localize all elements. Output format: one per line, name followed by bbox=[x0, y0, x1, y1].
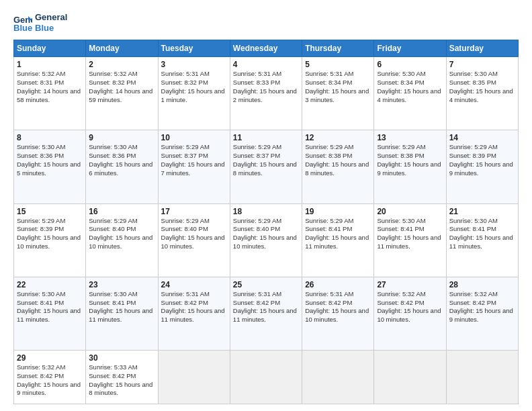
day-number: 22 bbox=[17, 280, 83, 289]
day-number: 1 bbox=[17, 60, 83, 69]
calendar-cell: 27Sunrise: 5:32 AMSunset: 8:42 PMDayligh… bbox=[374, 277, 446, 350]
day-detail: Sunrise: 5:30 AMSunset: 8:41 PMDaylight:… bbox=[377, 217, 443, 251]
calendar-cell bbox=[446, 351, 518, 404]
day-detail: Sunrise: 5:29 AMSunset: 8:40 PMDaylight:… bbox=[89, 217, 154, 251]
day-number: 14 bbox=[449, 133, 515, 142]
day-number: 17 bbox=[161, 207, 227, 216]
calendar-cell: 15Sunrise: 5:29 AMSunset: 8:39 PMDayligh… bbox=[14, 203, 86, 277]
day-number: 8 bbox=[17, 133, 83, 142]
calendar-cell bbox=[230, 351, 302, 404]
calendar-cell: 16Sunrise: 5:29 AMSunset: 8:40 PMDayligh… bbox=[86, 203, 158, 277]
svg-text:Blue: Blue bbox=[13, 23, 32, 32]
day-number: 11 bbox=[233, 133, 299, 142]
calendar-table: SundayMondayTuesdayWednesdayThursdayFrid… bbox=[13, 40, 519, 404]
day-detail: Sunrise: 5:30 AMSunset: 8:41 PMDaylight:… bbox=[17, 290, 83, 324]
day-detail: Sunrise: 5:29 AMSunset: 8:38 PMDaylight:… bbox=[305, 143, 371, 177]
weekday-header-sunday: Sunday bbox=[14, 40, 86, 57]
weekday-header-tuesday: Tuesday bbox=[158, 40, 230, 57]
day-detail: Sunrise: 5:31 AMSunset: 8:42 PMDaylight:… bbox=[233, 290, 299, 324]
calendar-cell: 30Sunrise: 5:33 AMSunset: 8:42 PMDayligh… bbox=[86, 351, 158, 404]
weekday-header-thursday: Thursday bbox=[302, 40, 374, 57]
day-number: 15 bbox=[17, 207, 83, 216]
day-detail: Sunrise: 5:30 AMSunset: 8:36 PMDaylight:… bbox=[17, 143, 83, 177]
day-number: 20 bbox=[377, 207, 443, 216]
day-detail: Sunrise: 5:29 AMSunset: 8:40 PMDaylight:… bbox=[233, 217, 299, 251]
calendar-cell: 25Sunrise: 5:31 AMSunset: 8:42 PMDayligh… bbox=[230, 277, 302, 350]
day-detail: Sunrise: 5:31 AMSunset: 8:42 PMDaylight:… bbox=[161, 290, 227, 324]
day-detail: Sunrise: 5:30 AMSunset: 8:35 PMDaylight:… bbox=[449, 70, 515, 104]
calendar-cell: 18Sunrise: 5:29 AMSunset: 8:40 PMDayligh… bbox=[230, 203, 302, 277]
day-number: 10 bbox=[161, 133, 227, 142]
calendar-cell: 7Sunrise: 5:30 AMSunset: 8:35 PMDaylight… bbox=[446, 57, 518, 130]
calendar-cell: 13Sunrise: 5:29 AMSunset: 8:38 PMDayligh… bbox=[374, 130, 446, 203]
day-number: 23 bbox=[89, 280, 154, 289]
day-detail: Sunrise: 5:32 AMSunset: 8:42 PMDaylight:… bbox=[377, 290, 443, 324]
day-detail: Sunrise: 5:29 AMSunset: 8:37 PMDaylight:… bbox=[233, 143, 299, 177]
calendar-cell: 17Sunrise: 5:29 AMSunset: 8:40 PMDayligh… bbox=[158, 203, 230, 277]
day-number: 24 bbox=[161, 280, 227, 289]
calendar-cell: 26Sunrise: 5:31 AMSunset: 8:42 PMDayligh… bbox=[302, 277, 374, 350]
day-detail: Sunrise: 5:29 AMSunset: 8:38 PMDaylight:… bbox=[377, 143, 443, 177]
calendar-cell: 23Sunrise: 5:30 AMSunset: 8:41 PMDayligh… bbox=[86, 277, 158, 350]
calendar-cell: 6Sunrise: 5:30 AMSunset: 8:34 PMDaylight… bbox=[374, 57, 446, 130]
day-number: 7 bbox=[449, 60, 515, 69]
calendar-cell: 5Sunrise: 5:31 AMSunset: 8:34 PMDaylight… bbox=[302, 57, 374, 130]
day-number: 26 bbox=[305, 280, 371, 289]
logo-icon: General Blue bbox=[13, 13, 32, 32]
calendar-cell: 3Sunrise: 5:31 AMSunset: 8:32 PMDaylight… bbox=[158, 57, 230, 130]
day-detail: Sunrise: 5:32 AMSunset: 8:42 PMDaylight:… bbox=[17, 363, 83, 398]
weekday-header-wednesday: Wednesday bbox=[230, 40, 302, 57]
day-number: 25 bbox=[233, 280, 299, 289]
header: General Blue General Blue bbox=[13, 12, 519, 33]
day-detail: Sunrise: 5:30 AMSunset: 8:36 PMDaylight:… bbox=[89, 143, 154, 177]
day-number: 27 bbox=[377, 280, 443, 289]
calendar-cell: 14Sunrise: 5:29 AMSunset: 8:39 PMDayligh… bbox=[446, 130, 518, 203]
day-detail: Sunrise: 5:29 AMSunset: 8:41 PMDaylight:… bbox=[305, 217, 371, 251]
calendar-cell: 29Sunrise: 5:32 AMSunset: 8:42 PMDayligh… bbox=[14, 351, 86, 404]
day-detail: Sunrise: 5:29 AMSunset: 8:39 PMDaylight:… bbox=[449, 143, 515, 177]
calendar-cell: 1Sunrise: 5:32 AMSunset: 8:31 PMDaylight… bbox=[14, 57, 86, 130]
day-detail: Sunrise: 5:32 AMSunset: 8:31 PMDaylight:… bbox=[17, 70, 83, 104]
calendar-row-1: 1Sunrise: 5:32 AMSunset: 8:31 PMDaylight… bbox=[14, 57, 519, 130]
day-number: 2 bbox=[89, 60, 154, 69]
day-number: 28 bbox=[449, 280, 515, 289]
day-detail: Sunrise: 5:29 AMSunset: 8:37 PMDaylight:… bbox=[161, 143, 227, 177]
calendar-cell: 2Sunrise: 5:32 AMSunset: 8:32 PMDaylight… bbox=[86, 57, 158, 130]
calendar-row-2: 8Sunrise: 5:30 AMSunset: 8:36 PMDaylight… bbox=[14, 130, 519, 203]
day-number: 9 bbox=[89, 133, 154, 142]
day-number: 16 bbox=[89, 207, 154, 216]
day-detail: Sunrise: 5:32 AMSunset: 8:42 PMDaylight:… bbox=[449, 290, 515, 324]
day-detail: Sunrise: 5:30 AMSunset: 8:34 PMDaylight:… bbox=[377, 70, 443, 104]
day-detail: Sunrise: 5:32 AMSunset: 8:32 PMDaylight:… bbox=[89, 70, 154, 104]
day-detail: Sunrise: 5:30 AMSunset: 8:41 PMDaylight:… bbox=[449, 217, 515, 251]
calendar-row-5: 29Sunrise: 5:32 AMSunset: 8:42 PMDayligh… bbox=[14, 351, 519, 404]
calendar-cell: 28Sunrise: 5:32 AMSunset: 8:42 PMDayligh… bbox=[446, 277, 518, 350]
weekday-header-monday: Monday bbox=[86, 40, 158, 57]
day-number: 30 bbox=[89, 353, 154, 363]
day-detail: Sunrise: 5:29 AMSunset: 8:40 PMDaylight:… bbox=[161, 217, 227, 251]
calendar-cell bbox=[158, 351, 230, 404]
calendar-cell: 4Sunrise: 5:31 AMSunset: 8:33 PMDaylight… bbox=[230, 57, 302, 130]
calendar-cell: 12Sunrise: 5:29 AMSunset: 8:38 PMDayligh… bbox=[302, 130, 374, 203]
calendar-cell: 8Sunrise: 5:30 AMSunset: 8:36 PMDaylight… bbox=[14, 130, 86, 203]
day-detail: Sunrise: 5:31 AMSunset: 8:33 PMDaylight:… bbox=[233, 70, 299, 104]
calendar-cell: 21Sunrise: 5:30 AMSunset: 8:41 PMDayligh… bbox=[446, 203, 518, 277]
day-number: 19 bbox=[305, 207, 371, 216]
calendar-cell: 22Sunrise: 5:30 AMSunset: 8:41 PMDayligh… bbox=[14, 277, 86, 350]
day-detail: Sunrise: 5:31 AMSunset: 8:42 PMDaylight:… bbox=[305, 290, 371, 324]
weekday-header-friday: Friday bbox=[374, 40, 446, 57]
logo-general: General bbox=[35, 12, 67, 23]
calendar-cell bbox=[302, 351, 374, 404]
day-detail: Sunrise: 5:30 AMSunset: 8:41 PMDaylight:… bbox=[89, 290, 154, 324]
calendar-cell: 11Sunrise: 5:29 AMSunset: 8:37 PMDayligh… bbox=[230, 130, 302, 203]
weekday-header-row: SundayMondayTuesdayWednesdayThursdayFrid… bbox=[14, 40, 519, 57]
calendar-row-3: 15Sunrise: 5:29 AMSunset: 8:39 PMDayligh… bbox=[14, 203, 519, 277]
calendar-row-4: 22Sunrise: 5:30 AMSunset: 8:41 PMDayligh… bbox=[14, 277, 519, 350]
day-number: 5 bbox=[305, 60, 371, 69]
calendar-cell: 20Sunrise: 5:30 AMSunset: 8:41 PMDayligh… bbox=[374, 203, 446, 277]
day-number: 4 bbox=[233, 60, 299, 69]
day-number: 3 bbox=[161, 60, 227, 69]
day-number: 12 bbox=[305, 133, 371, 142]
calendar-cell: 9Sunrise: 5:30 AMSunset: 8:36 PMDaylight… bbox=[86, 130, 158, 203]
day-number: 18 bbox=[233, 207, 299, 216]
